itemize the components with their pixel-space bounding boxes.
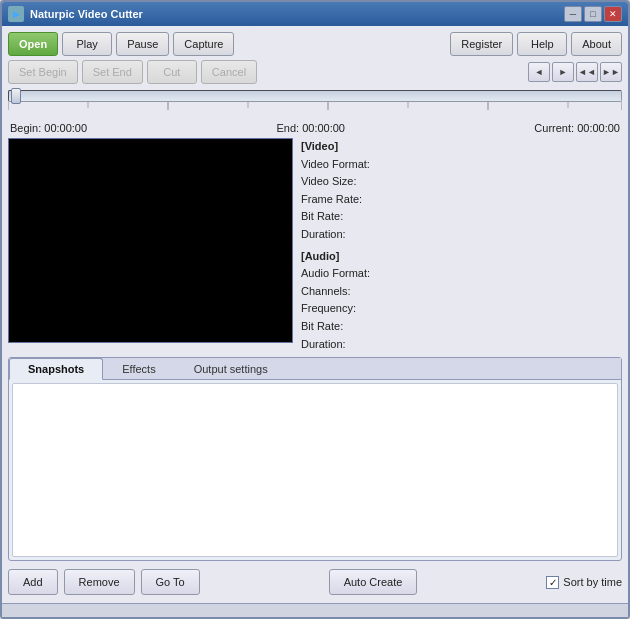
tab-content-area	[12, 383, 618, 557]
sort-by-time-label: Sort by time	[563, 576, 622, 588]
video-format: Video Format:	[301, 156, 622, 174]
video-duration: Duration:	[301, 226, 622, 244]
remove-button[interactable]: Remove	[64, 569, 135, 595]
next-frame-button[interactable]: ►	[552, 62, 574, 82]
maximize-button[interactable]: □	[584, 6, 602, 22]
slider-track	[8, 90, 622, 102]
audio-format: Audio Format:	[301, 265, 622, 283]
auto-create-button[interactable]: Auto Create	[329, 569, 418, 595]
status-bar	[2, 603, 628, 617]
info-panel: [Video] Video Format: Video Size: Frame …	[301, 138, 622, 353]
video-section-title: [Video]	[301, 138, 622, 156]
slider-thumb[interactable]	[11, 88, 21, 104]
pause-button[interactable]: Pause	[116, 32, 169, 56]
begin-label: Begin: 00:00:00	[10, 122, 87, 134]
bottom-buttons: Add Remove Go To Auto Create ✓ Sort by t…	[8, 565, 622, 597]
cancel-button[interactable]: Cancel	[201, 60, 257, 84]
app-icon: ▶	[8, 6, 24, 22]
close-button[interactable]: ✕	[604, 6, 622, 22]
title-buttons: ─ □ ✕	[564, 6, 622, 22]
capture-button[interactable]: Capture	[173, 32, 234, 56]
tick-marks	[8, 102, 622, 114]
play-button[interactable]: Play	[62, 32, 112, 56]
main-area: [Video] Video Format: Video Size: Frame …	[8, 138, 622, 353]
about-button[interactable]: About	[571, 32, 622, 56]
prev-frame-button[interactable]: ◄	[528, 62, 550, 82]
main-toolbar: Open Play Pause Capture Register Help Ab…	[8, 32, 622, 56]
set-end-button[interactable]: Set End	[82, 60, 143, 84]
next-fast-button[interactable]: ►►	[600, 62, 622, 82]
set-begin-button[interactable]: Set Begin	[8, 60, 78, 84]
go-to-button[interactable]: Go To	[141, 569, 200, 595]
tab-effects[interactable]: Effects	[103, 358, 174, 379]
audio-duration: Duration:	[301, 336, 622, 354]
right-toolbar: Register Help About	[450, 32, 622, 56]
cut-button[interactable]: Cut	[147, 60, 197, 84]
tab-bar: Snapshots Effects Output settings	[9, 358, 621, 380]
add-button[interactable]: Add	[8, 569, 58, 595]
end-label: End: 00:00:00	[276, 122, 345, 134]
channels: Channels:	[301, 283, 622, 301]
title-bar: ▶ Naturpic Video Cutter ─ □ ✕	[2, 2, 628, 26]
frame-rate: Frame Rate:	[301, 191, 622, 209]
tab-snapshots[interactable]: Snapshots	[9, 358, 103, 380]
main-window: ▶ Naturpic Video Cutter ─ □ ✕ Open Play …	[0, 0, 630, 619]
video-size: Video Size:	[301, 173, 622, 191]
register-button[interactable]: Register	[450, 32, 513, 56]
timeline-slider[interactable]	[8, 88, 622, 118]
main-content: Open Play Pause Capture Register Help Ab…	[2, 26, 628, 603]
minimize-button[interactable]: ─	[564, 6, 582, 22]
help-button[interactable]: Help	[517, 32, 567, 56]
time-info-row: Begin: 00:00:00 End: 00:00:00 Current: 0…	[8, 122, 622, 134]
current-label: Current: 00:00:00	[534, 122, 620, 134]
video-bitrate: Bit Rate:	[301, 208, 622, 226]
open-button[interactable]: Open	[8, 32, 58, 56]
audio-bitrate: Bit Rate:	[301, 318, 622, 336]
frequency: Frequency:	[301, 300, 622, 318]
tabs-section: Snapshots Effects Output settings	[8, 357, 622, 561]
video-preview	[8, 138, 293, 343]
sort-by-time-checkbox[interactable]: ✓	[546, 576, 559, 589]
tab-output-settings[interactable]: Output settings	[175, 358, 287, 379]
prev-fast-button[interactable]: ◄◄	[576, 62, 598, 82]
navigation-buttons: ◄ ► ◄◄ ►►	[528, 62, 622, 82]
window-title: Naturpic Video Cutter	[30, 8, 564, 20]
sort-by-time-control: ✓ Sort by time	[546, 576, 622, 589]
audio-section-title: [Audio]	[301, 248, 622, 266]
edit-toolbar: Set Begin Set End Cut Cancel ◄ ► ◄◄ ►►	[8, 60, 622, 84]
